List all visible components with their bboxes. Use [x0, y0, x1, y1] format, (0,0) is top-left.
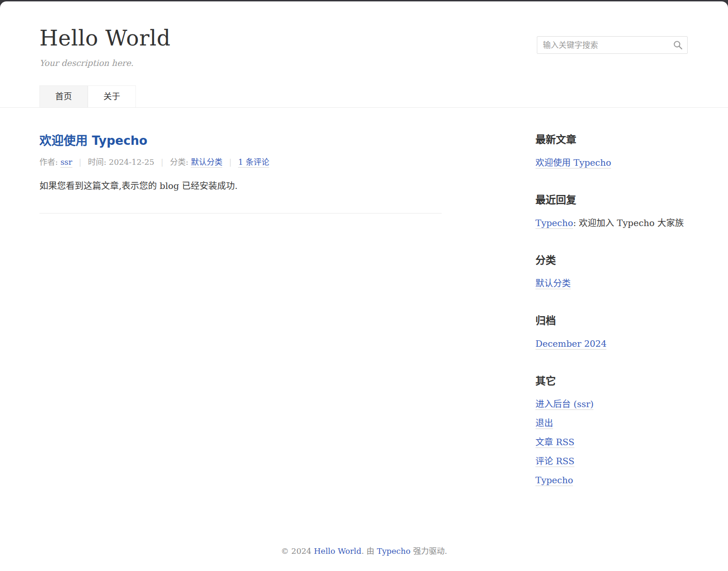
recent-post-link[interactable]: 欢迎使用 Typecho: [535, 157, 611, 169]
footer-separator: . 由: [361, 546, 377, 556]
typecho-link[interactable]: Typecho: [535, 475, 573, 486]
category-sidebar-link[interactable]: 默认分类: [535, 278, 571, 289]
widget-title: 最新文章: [535, 131, 689, 146]
comments-link[interactable]: 1 条评论: [238, 157, 269, 168]
post-meta: 作者: ssr|时间: 2024-12-25|分类: 默认分类|1 条评论: [39, 156, 442, 167]
widget-list: Typecho: 欢迎加入 Typecho 大家族: [535, 217, 689, 229]
widget-recent-comments: 最近回复 Typecho: 欢迎加入 Typecho 大家族: [535, 191, 689, 229]
list-item: December 2024: [535, 338, 689, 350]
list-item: 文章 RSS: [535, 436, 689, 448]
main-nav: 首页 关于: [0, 85, 728, 108]
page: Hello World Your description here. 首页 关于…: [0, 1, 728, 571]
search-icon[interactable]: [673, 40, 683, 50]
meta-separator: |: [161, 157, 164, 167]
meta-separator: |: [79, 157, 82, 167]
time-value: 2024-12-25: [109, 157, 155, 167]
meta-separator: |: [229, 157, 232, 167]
widget-misc: 其它 进入后台 (ssr) 退出 文章 RSS 评论 RSS Typecho: [535, 372, 689, 486]
time-label: 时间:: [88, 157, 109, 167]
list-item: 默认分类: [535, 278, 689, 289]
nav-list: 首页 关于: [39, 85, 689, 107]
footer-site-link[interactable]: Hello World: [314, 546, 361, 556]
comment-rss-link[interactable]: 评论 RSS: [535, 456, 574, 467]
widget-list: 进入后台 (ssr) 退出 文章 RSS 评论 RSS Typecho: [535, 398, 689, 486]
list-item: 欢迎使用 Typecho: [535, 157, 689, 169]
list-item: 评论 RSS: [535, 455, 689, 467]
post-body: 如果您看到这篇文章,表示您的 blog 已经安装成功.: [39, 179, 442, 193]
comment-author-link[interactable]: Typecho: [535, 218, 573, 229]
widget-title: 其它: [535, 372, 689, 387]
sidebar: 最新文章 欢迎使用 Typecho 最近回复 Typecho: 欢迎加入 Typ…: [535, 131, 689, 509]
powered-by-text: 强力驱动.: [411, 546, 447, 556]
archive-link[interactable]: December 2024: [535, 338, 606, 350]
widget-title: 归档: [535, 312, 689, 327]
site-footer: © 2024 Hello World. 由 Typecho 强力驱动.: [0, 534, 728, 571]
widget-title: 分类: [535, 252, 689, 266]
main-content: 欢迎使用 Typecho 作者: ssr|时间: 2024-12-25|分类: …: [39, 131, 442, 214]
footer-engine-link[interactable]: Typecho: [377, 546, 411, 556]
category-link[interactable]: 默认分类: [191, 157, 222, 168]
site-header: Hello World Your description here.: [0, 1, 728, 68]
widget-categories: 分类 默认分类: [535, 252, 689, 289]
site-title-link[interactable]: Hello World: [39, 26, 171, 51]
list-item: Typecho: 欢迎加入 Typecho 大家族: [535, 217, 689, 229]
search-input[interactable]: [537, 36, 688, 54]
copyright-text: © 2024: [281, 546, 314, 556]
post-rss-link[interactable]: 文章 RSS: [535, 437, 574, 448]
widget-list: 默认分类: [535, 278, 689, 289]
list-item: 退出: [535, 417, 689, 429]
author-link[interactable]: ssr: [60, 157, 72, 168]
post-title-link[interactable]: 欢迎使用 Typecho: [39, 134, 148, 148]
widget-list: December 2024: [535, 338, 689, 350]
post-title: 欢迎使用 Typecho: [39, 131, 442, 148]
search-box: [537, 36, 688, 54]
main-wrap: 欢迎使用 Typecho 作者: ssr|时间: 2024-12-25|分类: …: [0, 108, 728, 534]
nav-item-about[interactable]: 关于: [88, 85, 136, 107]
admin-link[interactable]: 进入后台 (ssr): [535, 399, 593, 410]
category-label: 分类:: [170, 157, 191, 167]
widget-archives: 归档 December 2024: [535, 312, 689, 350]
list-item: 进入后台 (ssr): [535, 398, 689, 410]
list-item: Typecho: [535, 474, 689, 486]
nav-item-home[interactable]: 首页: [39, 85, 88, 107]
comment-text: : 欢迎加入 Typecho 大家族: [573, 218, 684, 228]
site-description: Your description here.: [39, 58, 688, 68]
post: 欢迎使用 Typecho 作者: ssr|时间: 2024-12-25|分类: …: [39, 131, 442, 193]
logout-link[interactable]: 退出: [535, 418, 553, 429]
widget-list: 欢迎使用 Typecho: [535, 157, 689, 169]
widget-title: 最近回复: [535, 191, 689, 206]
author-label: 作者:: [39, 157, 60, 167]
widget-recent-posts: 最新文章 欢迎使用 Typecho: [535, 131, 689, 169]
post-divider: [39, 213, 442, 214]
